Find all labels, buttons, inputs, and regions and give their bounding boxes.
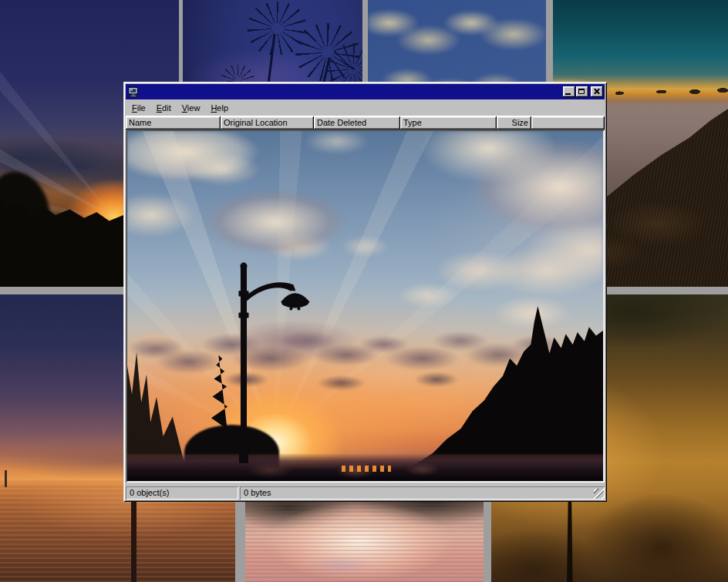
column-header-size[interactable]: Size — [497, 116, 531, 130]
menu-file[interactable]: File — [127, 102, 150, 114]
sunset-photo — [127, 131, 603, 481]
close-button[interactable] — [591, 86, 603, 97]
minimize-button[interactable] — [563, 86, 575, 97]
column-header-name[interactable]: Name — [126, 116, 221, 130]
menu-view[interactable]: View — [177, 102, 205, 114]
column-header-original-location[interactable]: Original Location — [221, 116, 314, 130]
minimize-icon — [565, 93, 571, 95]
status-size: 0 bytes — [240, 486, 605, 500]
menu-edit[interactable]: Edit — [152, 102, 176, 114]
menu-help[interactable]: Help — [206, 102, 233, 114]
column-header-date-deleted[interactable]: Date Deleted — [314, 116, 400, 130]
maximize-button[interactable] — [576, 86, 588, 97]
status-object-count: 0 object(s) — [126, 486, 238, 500]
water-ripples — [245, 496, 484, 582]
screen: File Edit View Help Name Original Locati… — [0, 0, 728, 582]
street-lamp-silhouette — [127, 131, 603, 481]
column-header-row: Name Original Location Date Deleted Type… — [126, 116, 605, 130]
column-header-blank[interactable] — [531, 116, 605, 130]
recycle-bin-window: File Edit View Help Name Original Locati… — [123, 82, 607, 502]
status-bar: 0 object(s) 0 bytes — [126, 483, 605, 500]
maximize-icon — [578, 89, 585, 94]
title-bar[interactable] — [126, 84, 605, 99]
water-pole-small — [5, 470, 7, 487]
close-icon — [593, 88, 600, 95]
resize-grip[interactable] — [594, 489, 604, 499]
status-size-text: 0 bytes — [244, 488, 271, 497]
computer-icon[interactable] — [127, 86, 140, 98]
menu-bar: File Edit View Help — [126, 99, 605, 116]
file-list-viewport[interactable] — [126, 130, 605, 483]
column-header-type[interactable]: Type — [400, 116, 497, 130]
